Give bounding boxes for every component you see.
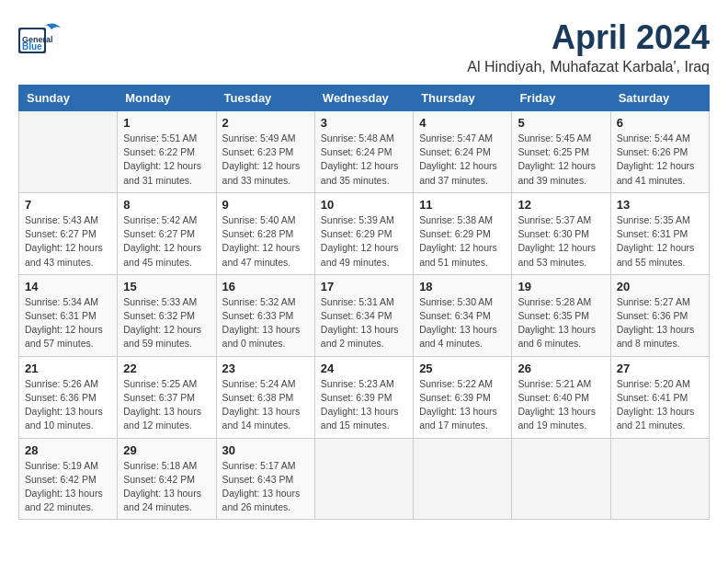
calendar-cell: 29Sunrise: 5:18 AM Sunset: 6:42 PM Dayli… xyxy=(118,438,216,520)
day-info: Sunrise: 5:31 AM Sunset: 6:34 PM Dayligh… xyxy=(321,295,407,351)
day-info: Sunrise: 5:25 AM Sunset: 6:37 PM Dayligh… xyxy=(123,377,210,433)
calendar-cell: 12Sunrise: 5:37 AM Sunset: 6:30 PM Dayli… xyxy=(512,192,610,274)
calendar-cell: 1Sunrise: 5:51 AM Sunset: 6:22 PM Daylig… xyxy=(118,111,216,193)
day-info: Sunrise: 5:51 AM Sunset: 6:22 PM Dayligh… xyxy=(123,132,210,188)
calendar-cell: 20Sunrise: 5:27 AM Sunset: 6:36 PM Dayli… xyxy=(610,274,709,356)
day-info: Sunrise: 5:42 AM Sunset: 6:27 PM Dayligh… xyxy=(123,213,210,270)
calendar-cell: 24Sunrise: 5:23 AM Sunset: 6:39 PM Dayli… xyxy=(314,356,413,438)
day-number: 11 xyxy=(419,198,506,212)
day-info: Sunrise: 5:45 AM Sunset: 6:25 PM Dayligh… xyxy=(518,132,604,188)
day-info: Sunrise: 5:40 AM Sunset: 6:28 PM Dayligh… xyxy=(222,213,309,270)
weekday-header-friday: Friday xyxy=(512,86,610,111)
logo-icon: General Blue xyxy=(18,18,63,55)
calendar-cell: 19Sunrise: 5:28 AM Sunset: 6:35 PM Dayli… xyxy=(512,274,610,356)
calendar-cell: 10Sunrise: 5:39 AM Sunset: 6:29 PM Dayli… xyxy=(314,192,413,274)
day-number: 18 xyxy=(419,280,506,293)
calendar-table: SundayMondayTuesdayWednesdayThursdayFrid… xyxy=(18,85,710,520)
day-number: 25 xyxy=(419,362,506,375)
day-number: 2 xyxy=(222,116,309,130)
calendar-week-5: 28Sunrise: 5:19 AM Sunset: 6:42 PM Dayli… xyxy=(19,438,710,520)
calendar-cell: 9Sunrise: 5:40 AM Sunset: 6:28 PM Daylig… xyxy=(216,192,314,274)
day-info: Sunrise: 5:20 AM Sunset: 6:41 PM Dayligh… xyxy=(617,377,703,433)
day-number: 24 xyxy=(321,362,407,375)
day-info: Sunrise: 5:28 AM Sunset: 6:35 PM Dayligh… xyxy=(518,295,604,351)
day-number: 6 xyxy=(617,116,703,130)
day-info: Sunrise: 5:18 AM Sunset: 6:42 PM Dayligh… xyxy=(123,459,210,515)
day-number: 14 xyxy=(25,280,111,293)
day-info: Sunrise: 5:21 AM Sunset: 6:40 PM Dayligh… xyxy=(518,377,604,433)
calendar-cell: 2Sunrise: 5:49 AM Sunset: 6:23 PM Daylig… xyxy=(216,111,314,193)
calendar-cell xyxy=(512,438,610,520)
day-number: 17 xyxy=(321,280,407,293)
day-info: Sunrise: 5:27 AM Sunset: 6:36 PM Dayligh… xyxy=(617,295,703,351)
day-number: 7 xyxy=(25,198,111,212)
logo: General Blue xyxy=(18,18,63,55)
day-info: Sunrise: 5:38 AM Sunset: 6:29 PM Dayligh… xyxy=(419,213,506,270)
svg-text:Blue: Blue xyxy=(22,41,42,52)
calendar-cell: 21Sunrise: 5:26 AM Sunset: 6:36 PM Dayli… xyxy=(19,356,118,438)
day-number: 4 xyxy=(419,116,506,130)
day-number: 10 xyxy=(321,198,407,212)
day-info: Sunrise: 5:22 AM Sunset: 6:39 PM Dayligh… xyxy=(419,377,506,433)
day-number: 30 xyxy=(222,443,309,457)
calendar-cell: 17Sunrise: 5:31 AM Sunset: 6:34 PM Dayli… xyxy=(314,274,413,356)
day-number: 27 xyxy=(617,362,703,375)
calendar-week-3: 14Sunrise: 5:34 AM Sunset: 6:31 PM Dayli… xyxy=(19,274,710,356)
day-number: 12 xyxy=(518,198,604,212)
day-info: Sunrise: 5:39 AM Sunset: 6:29 PM Dayligh… xyxy=(321,213,407,270)
day-number: 3 xyxy=(321,116,407,130)
weekday-header-thursday: Thursday xyxy=(414,86,512,111)
calendar-cell: 28Sunrise: 5:19 AM Sunset: 6:42 PM Dayli… xyxy=(19,438,118,520)
day-number: 28 xyxy=(25,443,111,457)
calendar-week-4: 21Sunrise: 5:26 AM Sunset: 6:36 PM Dayli… xyxy=(19,356,710,438)
day-number: 8 xyxy=(123,198,210,212)
calendar-cell: 16Sunrise: 5:32 AM Sunset: 6:33 PM Dayli… xyxy=(216,274,314,356)
day-number: 9 xyxy=(222,198,309,212)
page-header: General Blue April 2024 Al Hindiyah, Muh… xyxy=(18,18,710,75)
calendar-cell: 7Sunrise: 5:43 AM Sunset: 6:27 PM Daylig… xyxy=(19,192,118,274)
calendar-week-2: 7Sunrise: 5:43 AM Sunset: 6:27 PM Daylig… xyxy=(19,192,710,274)
day-number: 26 xyxy=(518,362,604,375)
day-info: Sunrise: 5:33 AM Sunset: 6:32 PM Dayligh… xyxy=(123,295,210,351)
month-title: April 2024 xyxy=(467,18,710,57)
weekday-header-saturday: Saturday xyxy=(610,86,709,111)
day-number: 1 xyxy=(123,116,210,130)
calendar-cell: 15Sunrise: 5:33 AM Sunset: 6:32 PM Dayli… xyxy=(118,274,216,356)
day-number: 13 xyxy=(617,198,703,212)
calendar-cell: 5Sunrise: 5:45 AM Sunset: 6:25 PM Daylig… xyxy=(512,111,610,193)
calendar-cell: 8Sunrise: 5:42 AM Sunset: 6:27 PM Daylig… xyxy=(118,192,216,274)
day-info: Sunrise: 5:34 AM Sunset: 6:31 PM Dayligh… xyxy=(25,295,111,351)
day-info: Sunrise: 5:43 AM Sunset: 6:27 PM Dayligh… xyxy=(25,213,111,270)
day-info: Sunrise: 5:49 AM Sunset: 6:23 PM Dayligh… xyxy=(222,132,309,188)
calendar-cell: 30Sunrise: 5:17 AM Sunset: 6:43 PM Dayli… xyxy=(216,438,314,520)
calendar-cell: 13Sunrise: 5:35 AM Sunset: 6:31 PM Dayli… xyxy=(610,192,709,274)
calendar-cell: 23Sunrise: 5:24 AM Sunset: 6:38 PM Dayli… xyxy=(216,356,314,438)
calendar-cell: 26Sunrise: 5:21 AM Sunset: 6:40 PM Dayli… xyxy=(512,356,610,438)
calendar-cell: 22Sunrise: 5:25 AM Sunset: 6:37 PM Dayli… xyxy=(118,356,216,438)
day-info: Sunrise: 5:44 AM Sunset: 6:26 PM Dayligh… xyxy=(617,132,703,188)
calendar-cell: 3Sunrise: 5:48 AM Sunset: 6:24 PM Daylig… xyxy=(314,111,413,193)
calendar-cell: 4Sunrise: 5:47 AM Sunset: 6:24 PM Daylig… xyxy=(414,111,512,193)
day-info: Sunrise: 5:30 AM Sunset: 6:34 PM Dayligh… xyxy=(419,295,506,351)
calendar-cell: 11Sunrise: 5:38 AM Sunset: 6:29 PM Dayli… xyxy=(414,192,512,274)
day-info: Sunrise: 5:24 AM Sunset: 6:38 PM Dayligh… xyxy=(222,377,309,433)
title-block: April 2024 Al Hindiyah, Muhafazat Karbal… xyxy=(467,18,710,75)
day-info: Sunrise: 5:48 AM Sunset: 6:24 PM Dayligh… xyxy=(321,132,407,188)
day-number: 29 xyxy=(123,443,210,457)
calendar-cell: 18Sunrise: 5:30 AM Sunset: 6:34 PM Dayli… xyxy=(414,274,512,356)
day-info: Sunrise: 5:35 AM Sunset: 6:31 PM Dayligh… xyxy=(617,213,703,270)
day-number: 20 xyxy=(617,280,703,293)
day-info: Sunrise: 5:19 AM Sunset: 6:42 PM Dayligh… xyxy=(25,459,111,515)
day-number: 22 xyxy=(123,362,210,375)
calendar-cell: 27Sunrise: 5:20 AM Sunset: 6:41 PM Dayli… xyxy=(610,356,709,438)
weekday-header-tuesday: Tuesday xyxy=(216,86,314,111)
calendar-cell xyxy=(314,438,413,520)
day-info: Sunrise: 5:23 AM Sunset: 6:39 PM Dayligh… xyxy=(321,377,407,433)
day-number: 23 xyxy=(222,362,309,375)
day-info: Sunrise: 5:32 AM Sunset: 6:33 PM Dayligh… xyxy=(222,295,309,351)
day-info: Sunrise: 5:47 AM Sunset: 6:24 PM Dayligh… xyxy=(419,132,506,188)
day-number: 19 xyxy=(518,280,604,293)
day-number: 5 xyxy=(518,116,604,130)
calendar-cell: 25Sunrise: 5:22 AM Sunset: 6:39 PM Dayli… xyxy=(414,356,512,438)
weekday-header-wednesday: Wednesday xyxy=(314,86,413,111)
